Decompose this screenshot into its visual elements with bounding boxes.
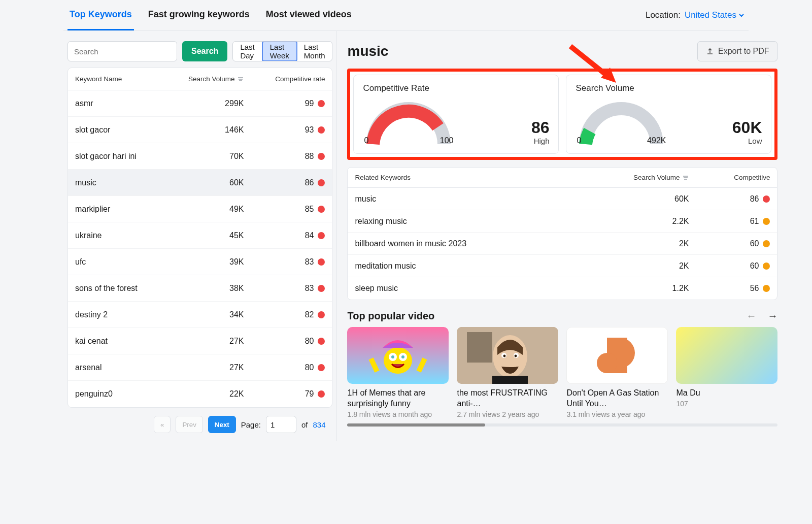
page-total[interactable]: 834 bbox=[313, 420, 325, 429]
keyword-name: markiplier bbox=[75, 205, 167, 214]
search-input[interactable] bbox=[67, 41, 177, 61]
videos-scrollbar[interactable] bbox=[347, 423, 777, 427]
videos-row: 1H of Memes that are surprisingly funny1… bbox=[347, 327, 777, 418]
tab-top-keywords[interactable]: Top Keywords bbox=[67, 0, 134, 30]
keyword-row[interactable]: markiplier49K85 bbox=[68, 196, 332, 222]
keyword-comp: 85 bbox=[244, 205, 325, 214]
keyword-row[interactable]: music60K86 bbox=[68, 170, 332, 196]
svg-rect-10 bbox=[467, 332, 492, 363]
svg-point-14 bbox=[503, 355, 506, 357]
range-last-month[interactable]: Last Month bbox=[297, 42, 332, 61]
keyword-volume: 39K bbox=[167, 257, 244, 267]
video-meta: 3.1 mln views a year ago bbox=[566, 410, 668, 418]
related-row[interactable]: billboard women in music 20232K60 bbox=[348, 233, 777, 255]
keyword-row[interactable]: penguinz022K79 bbox=[68, 381, 332, 407]
keyword-volume: 27K bbox=[167, 363, 244, 372]
export-pdf-button[interactable]: Export to PDF bbox=[697, 41, 777, 61]
related-volume: 2K bbox=[613, 261, 689, 271]
page-input[interactable] bbox=[266, 416, 296, 433]
status-dot-icon bbox=[318, 206, 325, 213]
status-dot-icon bbox=[318, 311, 325, 318]
rel-col-name[interactable]: Related Keywords bbox=[355, 174, 613, 181]
status-dot-icon bbox=[318, 100, 325, 107]
related-volume: 2K bbox=[613, 239, 689, 248]
comp-card-title: Competitive Rate bbox=[363, 83, 549, 93]
keyword-row[interactable]: sons of the forest38K83 bbox=[68, 275, 332, 302]
rel-col-comp[interactable]: Competitive bbox=[689, 174, 770, 181]
keyword-row[interactable]: arsenal27K80 bbox=[68, 354, 332, 381]
keyword-row[interactable]: kai cenat27K80 bbox=[68, 328, 332, 354]
keyword-row[interactable]: destiny 234K82 bbox=[68, 302, 332, 328]
keyword-comp: 84 bbox=[244, 231, 325, 240]
related-volume: 1.2K bbox=[613, 284, 689, 293]
keyword-row[interactable]: slot gacor146K93 bbox=[68, 117, 332, 143]
keyword-row[interactable]: asmr299K99 bbox=[68, 90, 332, 117]
col-keyword-name[interactable]: Keyword Name bbox=[75, 75, 167, 83]
keyword-comp: 82 bbox=[244, 310, 325, 319]
related-keywords-table: Related Keywords Search Volume Competiti… bbox=[347, 167, 777, 300]
video-card[interactable]: Don't Open A Gas Station Until You…3.1 m… bbox=[566, 327, 668, 418]
video-card[interactable]: the most FRUSTRATING anti-…2.7 mln views… bbox=[457, 327, 558, 418]
videos-next-arrow[interactable]: → bbox=[767, 310, 777, 322]
keyword-volume: 49K bbox=[167, 205, 244, 214]
related-name: music bbox=[355, 194, 613, 204]
status-dot-icon bbox=[318, 390, 325, 398]
next-page-button[interactable]: Next bbox=[208, 416, 236, 433]
status-dot-icon bbox=[763, 285, 770, 292]
tab-most-viewed[interactable]: Most viewed videos bbox=[264, 0, 354, 30]
video-card[interactable]: Ma Du107 bbox=[676, 327, 777, 418]
keyword-volume: 34K bbox=[167, 310, 244, 319]
svg-point-15 bbox=[515, 355, 517, 357]
comp-label: High bbox=[531, 137, 550, 145]
location-value[interactable]: United States bbox=[685, 10, 745, 20]
svg-point-6 bbox=[401, 355, 404, 358]
status-dot-icon bbox=[763, 263, 770, 270]
prev-page-button[interactable]: Prev bbox=[176, 416, 202, 433]
related-row[interactable]: sleep music1.2K56 bbox=[348, 277, 777, 300]
first-page-button[interactable]: « bbox=[154, 416, 171, 433]
comp-gauge-min: 0 bbox=[364, 136, 368, 145]
tab-fast-growing[interactable]: Fast growing keywords bbox=[146, 0, 252, 30]
col-search-volume[interactable]: Search Volume bbox=[167, 75, 244, 83]
keyword-comp: 86 bbox=[244, 178, 325, 187]
main-tabs: Top Keywords Fast growing keywords Most … bbox=[67, 0, 354, 30]
top-bar: Top Keywords Fast growing keywords Most … bbox=[63, 0, 749, 31]
pagination: « Prev Next Page: of 834 bbox=[67, 408, 332, 441]
keyword-row[interactable]: ufc39K83 bbox=[68, 249, 332, 275]
comp-gauge-max: 100 bbox=[440, 136, 454, 145]
range-last-day[interactable]: Last Day bbox=[233, 42, 262, 61]
keyword-row[interactable]: ukraine45K84 bbox=[68, 222, 332, 249]
related-volume: 60K bbox=[613, 194, 689, 204]
vol-value: 60K bbox=[732, 119, 762, 136]
video-card[interactable]: 1H of Memes that are surprisingly funny1… bbox=[347, 327, 449, 418]
rel-col-volume[interactable]: Search Volume bbox=[613, 174, 689, 181]
sort-icon bbox=[238, 76, 244, 82]
page-of-label: of bbox=[301, 420, 308, 429]
video-thumbnail bbox=[347, 327, 449, 384]
video-thumbnail bbox=[457, 327, 558, 384]
comp-gauge: 0 100 bbox=[363, 99, 454, 145]
keyword-volume: 299K bbox=[167, 99, 244, 108]
keyword-name: ukraine bbox=[75, 231, 167, 240]
keyword-row[interactable]: slot gacor hari ini70K88 bbox=[68, 143, 332, 170]
keyword-volume: 146K bbox=[167, 125, 244, 135]
col-volume-label: Search Volume bbox=[188, 75, 235, 83]
video-thumbnail bbox=[676, 327, 777, 384]
related-comp: 60 bbox=[689, 239, 770, 248]
col-competitive[interactable]: Competitive rate bbox=[244, 75, 325, 83]
range-last-week[interactable]: Last Week bbox=[262, 41, 297, 61]
videos-prev-arrow[interactable]: ← bbox=[746, 310, 756, 322]
keyword-volume: 27K bbox=[167, 337, 244, 346]
video-title: Don't Open A Gas Station Until You… bbox=[566, 388, 668, 409]
related-row[interactable]: relaxing music2.2K61 bbox=[348, 210, 777, 233]
related-row[interactable]: meditation music2K60 bbox=[348, 255, 777, 277]
keyword-comp: 83 bbox=[244, 257, 325, 267]
status-dot-icon bbox=[318, 126, 325, 134]
comp-value: 86 bbox=[531, 119, 550, 136]
keyword-volume: 22K bbox=[167, 389, 244, 399]
status-dot-icon bbox=[318, 285, 325, 292]
search-button[interactable]: Search bbox=[182, 41, 227, 61]
status-dot-icon bbox=[318, 364, 325, 371]
related-row[interactable]: music60K86 bbox=[348, 188, 777, 210]
video-title: 1H of Memes that are surprisingly funny bbox=[347, 388, 449, 409]
